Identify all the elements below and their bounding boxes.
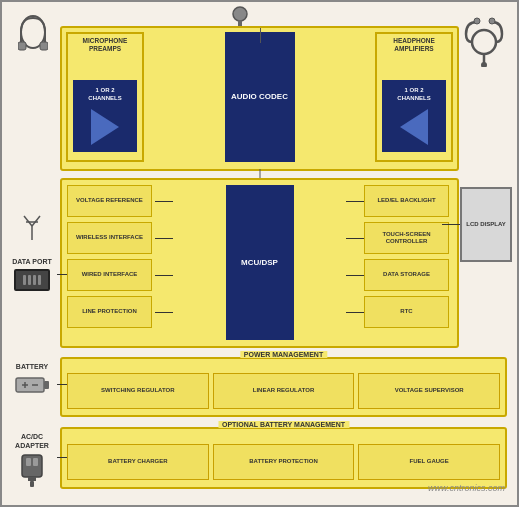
touch-screen-box: TOUCH-SCREEN CONTROLLER (364, 222, 449, 254)
svg-point-10 (233, 7, 247, 21)
svg-rect-16 (16, 378, 44, 392)
headphone-channels-label: 1 OR 2CHANNELS (397, 87, 430, 103)
svg-point-5 (472, 30, 496, 54)
wired-arrow (155, 275, 173, 276)
line-prot-arrow (155, 312, 173, 313)
rtc-label: RTC (400, 308, 412, 315)
battery-sub-blocks: BATTERY CHARGER BATTERY PROTECTION FUEL … (62, 429, 505, 487)
mic-preamps-box: MICROPHONEPREAMPS 1 OR 2CHANNELS (66, 32, 144, 162)
headphone-amp-triangle (400, 109, 428, 145)
wireless-interface-label: WIRELESS INTERFACE (76, 234, 143, 241)
headphone-amps-box: HEADPHONEAMPLIFIERS 1 OR 2CHANNELS (375, 32, 453, 162)
battery-prot-label: BATTERY PROTECTION (249, 458, 318, 465)
audio-section: MICROPHONEPREAMPS 1 OR 2CHANNELS AUDIO C… (60, 26, 459, 171)
svg-rect-23 (33, 458, 38, 466)
fuel-gauge-label: FUEL GAUGE (410, 458, 449, 465)
battery-ext-label: BATTERY (7, 362, 57, 371)
volt-ref-arrow (155, 201, 173, 202)
svg-rect-22 (26, 458, 31, 466)
wireless-interface-box: WIRELESS INTERFACE (67, 222, 152, 254)
svg-point-9 (489, 18, 495, 24)
antenna-area (7, 212, 57, 240)
mcu-dsp-label: MCU/DSP (241, 257, 278, 268)
mic-amp-triangle (91, 109, 119, 145)
mcu-dsp-box: MCU/DSP (226, 185, 294, 340)
lcd-display-box: LCD DISPLAY (460, 187, 512, 262)
power-management-title: POWER MANAGEMENT (240, 351, 327, 358)
voltage-sup-label: VOLTAGE SUPERVISOR (395, 387, 464, 394)
svg-line-14 (32, 216, 40, 226)
touch-screen-label: TOUCH-SCREEN CONTROLLER (365, 231, 448, 245)
linear-reg-label: LINEAR REGULATOR (253, 387, 314, 394)
left-interface-blocks: VOLTAGE REFERENCE WIRELESS INTERFACE WIR… (67, 185, 155, 328)
adapter-to-battery-mgmt (57, 457, 67, 458)
battery-area: BATTERY (7, 362, 57, 396)
jack-to-codec-arrow (260, 28, 261, 43)
middle-section: MCU/DSP VOLTAGE REFERENCE WIRELESS INTER… (60, 178, 459, 348)
voltage-ref-label: VOLTAGE REFERENCE (76, 197, 143, 204)
svg-rect-3 (18, 42, 26, 50)
voltage-ref-box: VOLTAGE REFERENCE (67, 185, 152, 217)
power-sub-blocks: SWITCHING REGULATOR LINEAR REGULATOR VOL… (62, 359, 505, 415)
svg-rect-21 (22, 455, 42, 477)
adapter-label: AC/DC ADAPTER (7, 432, 57, 450)
mic-preamps-label: MICROPHONEPREAMPS (68, 34, 142, 56)
line-protection-label: LINE PROTECTION (82, 308, 137, 315)
data-storage-box: DATA STORAGE (364, 259, 449, 291)
wireless-arrow (155, 238, 173, 239)
battery-to-power (57, 384, 67, 385)
switching-regulator-box: SWITCHING REGULATOR (67, 373, 209, 409)
fuel-gauge-box: FUEL GAUGE (358, 444, 500, 480)
led-backlight-box: LED/EL BACKLIGHT (364, 185, 449, 217)
svg-rect-25 (30, 481, 34, 487)
svg-point-8 (474, 18, 480, 24)
rtc-box: RTC (364, 296, 449, 328)
power-yellow-box: POWER MANAGEMENT SWITCHING REGULATOR LIN… (60, 357, 507, 417)
svg-rect-4 (40, 42, 48, 50)
audio-codec-box: AUDIO CODEC (225, 32, 295, 162)
stethoscope-icon (462, 12, 512, 71)
switching-reg-label: SWITCHING REGULATOR (101, 387, 174, 394)
battery-yellow-box: OPTIONAL BATTERY MANAGEMENT BATTERY CHAR… (60, 427, 507, 489)
data-port-area: DATA PORT (7, 257, 57, 291)
mic-channels-label: 1 OR 2CHANNELS (88, 87, 121, 103)
battery-protection-box: BATTERY PROTECTION (213, 444, 355, 480)
battery-charger-label: BATTERY CHARGER (108, 458, 168, 465)
data-port-label: DATA PORT (7, 257, 57, 266)
headphone-amps-label: HEADPHONEAMPLIFIERS (377, 34, 451, 56)
svg-rect-17 (44, 381, 49, 389)
led-backlight-label: LED/EL BACKLIGHT (377, 197, 435, 204)
voltage-supervisor-box: VOLTAGE SUPERVISOR (358, 373, 500, 409)
optional-battery-title: OPTIONAL BATTERY MANAGEMENT (218, 421, 349, 428)
data-storage-label: DATA STORAGE (383, 271, 430, 278)
audio-codec-label: AUDIO CODEC (231, 91, 288, 102)
rtc-arrow (346, 312, 364, 313)
mic-channels-box: 1 OR 2CHANNELS (73, 80, 137, 152)
svg-rect-24 (28, 477, 36, 481)
lcd-display-label: LCD DISPLAY (466, 221, 505, 228)
right-interface-blocks: LED/EL BACKLIGHT TOUCH-SCREEN CONTROLLER… (364, 185, 452, 328)
dataport-to-wired (57, 274, 67, 275)
headphone-channels-box: 1 OR 2CHANNELS (382, 80, 446, 152)
storage-arrow (346, 275, 364, 276)
power-management-section: POWER MANAGEMENT SWITCHING REGULATOR LIN… (60, 357, 507, 417)
led-arrow (346, 201, 364, 202)
svg-point-7 (481, 62, 487, 67)
microphone-icon (10, 14, 55, 58)
data-port-icon (14, 269, 50, 291)
touch-arrow (346, 238, 364, 239)
svg-line-13 (24, 216, 32, 226)
linear-regulator-box: LINEAR REGULATOR (213, 373, 355, 409)
wired-interface-box: WIRED INTERFACE (67, 259, 152, 291)
adapter-area: AC/DC ADAPTER (7, 432, 57, 488)
watermark: www.cntronics.com (428, 483, 505, 493)
line-protection-box: LINE PROTECTION (67, 296, 152, 328)
to-lcd-arrow (442, 224, 460, 225)
diagram-container: AUDIO JACK MICROPHONEPREAMPS 1 OR 2CHANN… (0, 0, 519, 507)
battery-charger-box: BATTERY CHARGER (67, 444, 209, 480)
battery-management-section: OPTIONAL BATTERY MANAGEMENT BATTERY CHAR… (60, 427, 507, 489)
wired-interface-label: WIRED INTERFACE (82, 271, 138, 278)
